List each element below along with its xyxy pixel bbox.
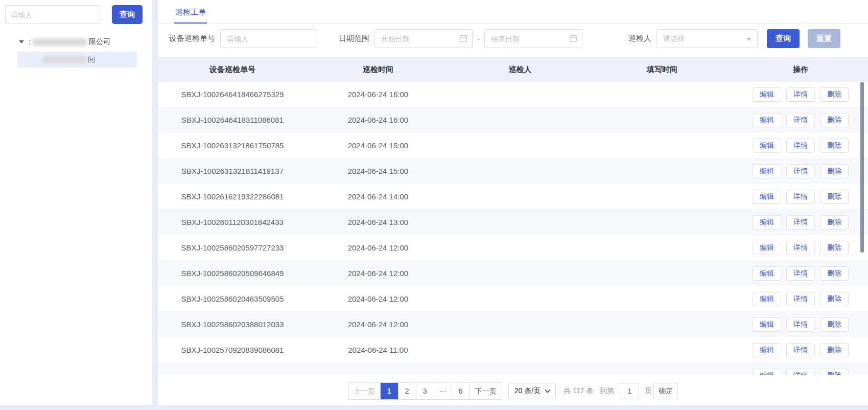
page-number-button[interactable]: 3 xyxy=(416,383,434,399)
start-date-input[interactable] xyxy=(374,29,473,48)
row-actions: 编辑详情删除 xyxy=(733,190,868,204)
main-panel: 巡检工单 设备巡检单号 日期范围 - 巡检人 请选择 查询 重置 设备巡检单号 xyxy=(158,0,868,405)
column-header-inspector: 巡检人 xyxy=(449,65,591,75)
edit-button[interactable]: 编辑 xyxy=(753,190,781,204)
delete-button[interactable]: 删除 xyxy=(820,343,849,357)
delete-button[interactable]: 删除 xyxy=(820,369,849,375)
sidebar-search-input[interactable] xyxy=(5,5,100,24)
vertical-scrollbar-thumb[interactable] xyxy=(860,82,864,253)
delete-button[interactable]: 删除 xyxy=(820,317,849,332)
edit-button[interactable]: 编辑 xyxy=(753,215,781,230)
cell-inspect-time: 2024-06-24 12:00 xyxy=(307,294,449,303)
cell-inspect-time: 2024-06-24 12:00 xyxy=(307,269,449,278)
table-row: SBXJ-10026162193222860812024-06-24 14:00… xyxy=(158,184,868,210)
detail-button[interactable]: 详情 xyxy=(786,369,815,375)
detail-button[interactable]: 详情 xyxy=(786,139,815,153)
page-ellipsis[interactable]: ··· xyxy=(434,383,452,399)
cell-order-no: SBXJ-1002586020597727233 xyxy=(158,243,307,252)
page-number-button[interactable]: 6 xyxy=(452,383,470,399)
cell-order-no: SBXJ-1002646418311086081 xyxy=(158,116,307,124)
row-actions: 编辑详情删除 xyxy=(733,343,868,357)
tree-root-prefix: : xyxy=(29,38,31,46)
delete-button[interactable]: 删除 xyxy=(820,87,849,102)
delete-button[interactable]: 删除 xyxy=(820,139,849,153)
cell-inspect-time: 2024-06-24 16:00 xyxy=(307,116,449,124)
prev-page-button[interactable]: 上一页 xyxy=(348,383,380,399)
cell-order-no: SBXJ-1002646418466275329 xyxy=(158,90,307,99)
detail-button[interactable]: 详情 xyxy=(786,190,815,204)
edit-button[interactable]: 编辑 xyxy=(753,87,781,102)
edit-button[interactable]: 编辑 xyxy=(753,292,781,306)
delete-button[interactable]: 删除 xyxy=(820,292,849,306)
delete-button[interactable]: 删除 xyxy=(820,190,849,204)
table-row: SBXJ-10025860203880120332024-06-24 12:00… xyxy=(158,312,868,337)
table-row: SBXJ-10026464184662753292024-06-24 16:00… xyxy=(158,82,868,107)
edit-button[interactable]: 编辑 xyxy=(753,139,781,153)
order-no-input[interactable] xyxy=(220,29,316,48)
edit-button[interactable]: 编辑 xyxy=(753,241,781,255)
page-size-select[interactable]: 20 条/页 xyxy=(508,383,556,399)
detail-button[interactable]: 详情 xyxy=(786,113,815,127)
cell-order-no: SBXJ-1002616219322286081 xyxy=(158,192,307,201)
end-date-input[interactable] xyxy=(484,29,582,48)
filter-bar: 设备巡检单号 日期范围 - 巡检人 请选择 查询 重置 xyxy=(169,29,840,48)
detail-button[interactable]: 详情 xyxy=(786,266,815,281)
edit-button[interactable]: 编辑 xyxy=(753,369,781,375)
cell-inspect-time: 2024-06-24 12:00 xyxy=(307,243,449,252)
cell-order-no: SBXJ-1002601120301842433 xyxy=(158,218,307,226)
edit-button[interactable]: 编辑 xyxy=(753,343,781,357)
page-number-button[interactable]: 2 xyxy=(398,383,416,399)
delete-button[interactable]: 删除 xyxy=(820,164,849,178)
cell-inspect-time: 2024-06-24 11:00 xyxy=(307,346,449,354)
chevron-down-icon xyxy=(746,38,752,41)
detail-button[interactable]: 详情 xyxy=(786,241,815,255)
tree-child-node-selected[interactable]: 间 xyxy=(17,52,137,67)
edit-button[interactable]: 编辑 xyxy=(753,266,781,281)
tab-inspection-work-order[interactable]: 巡检工单 xyxy=(174,0,207,24)
edit-button[interactable]: 编辑 xyxy=(753,317,781,332)
next-page-button[interactable]: 下一页 xyxy=(470,383,502,399)
end-date-picker[interactable] xyxy=(484,29,582,48)
query-button[interactable]: 查询 xyxy=(767,29,800,48)
inspector-select-placeholder: 请选择 xyxy=(663,34,685,43)
cell-order-no: SBXJ-1002586020509646849 xyxy=(158,269,307,278)
table-row: SBXJ-10026313218617507852024-06-24 15:00… xyxy=(158,133,868,158)
redacted-workshop-name xyxy=(43,56,86,63)
cell-inspect-time: 2024-06-24 16:00 xyxy=(307,90,449,99)
date-range-label: 日期范围 xyxy=(339,34,369,43)
cell-inspect-time: 2024-06-24 13:00 xyxy=(307,218,449,226)
reset-button[interactable]: 重置 xyxy=(808,29,840,48)
date-range-separator: - xyxy=(477,34,480,43)
detail-button[interactable]: 详情 xyxy=(786,215,815,230)
table-row: SBXJ-10025860205977272332024-06-24 12:00… xyxy=(158,235,868,261)
table-row: SBXJ-10026464183110860812024-06-24 16:00… xyxy=(158,107,868,133)
row-actions: 编辑详情删除 xyxy=(733,241,868,255)
inspector-select[interactable]: 请选择 xyxy=(656,29,758,48)
detail-button[interactable]: 详情 xyxy=(786,87,815,102)
total-count-text: 共 117 条 xyxy=(564,386,593,396)
goto-confirm-button[interactable]: 确定 xyxy=(653,383,678,399)
detail-button[interactable]: 详情 xyxy=(786,292,815,306)
goto-page-input[interactable] xyxy=(620,383,639,399)
tree-root-node[interactable]: : 限公司 xyxy=(0,35,152,49)
row-actions: 编辑详情删除 xyxy=(733,87,868,102)
detail-button[interactable]: 详情 xyxy=(786,164,815,178)
start-date-picker[interactable] xyxy=(374,29,473,48)
detail-button[interactable]: 详情 xyxy=(786,317,815,332)
sidebar-search-button[interactable]: 查询 xyxy=(112,5,143,24)
goto-page-prefix: 到第 xyxy=(600,386,614,396)
detail-button[interactable]: 详情 xyxy=(786,343,815,357)
delete-button[interactable]: 删除 xyxy=(820,113,849,127)
calendar-icon xyxy=(569,34,577,42)
edit-button[interactable]: 编辑 xyxy=(753,164,781,178)
tree-expand-caret-icon[interactable] xyxy=(19,40,24,43)
page-number-button[interactable]: 1 xyxy=(380,383,398,399)
org-tree: : 限公司 间 xyxy=(0,35,152,67)
table-header: 设备巡检单号 巡检时间 巡检人 填写时间 操作 xyxy=(158,57,868,82)
table-row: SBXJ-10025860204635095052024-06-24 12:00… xyxy=(158,286,868,312)
delete-button[interactable]: 删除 xyxy=(820,241,849,255)
edit-button[interactable]: 编辑 xyxy=(753,113,781,127)
column-header-order-no: 设备巡检单号 xyxy=(158,65,307,75)
delete-button[interactable]: 删除 xyxy=(820,215,849,230)
delete-button[interactable]: 删除 xyxy=(820,266,849,281)
